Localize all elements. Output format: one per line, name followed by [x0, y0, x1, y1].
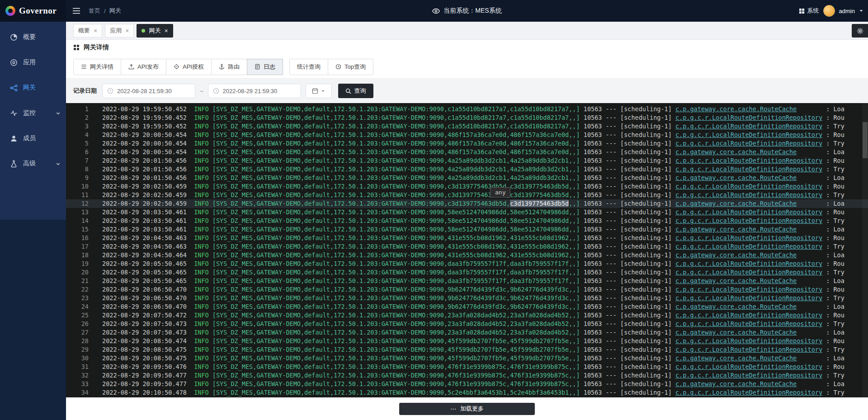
log-line-number[interactable]: 21	[66, 277, 89, 285]
log-line[interactable]: 312022-08-29 20:09:50.476 INFO [SYS_DZ_M…	[66, 363, 868, 371]
subtab-log[interactable]: 日志	[247, 59, 283, 75]
log-line-number[interactable]: 12	[66, 199, 89, 208]
log-line-number[interactable]: 5	[66, 139, 89, 148]
log-line-number[interactable]: 33	[66, 380, 89, 388]
workspace-tab-overview[interactable]: 概要×	[73, 24, 102, 38]
log-line-number[interactable]: 25	[66, 311, 89, 320]
menu-toggle-icon[interactable]	[72, 8, 80, 14]
log-line[interactable]: 92022-08-29 20:01:50.456 INFO [SYS_DZ_ME…	[66, 174, 868, 182]
log-line-number[interactable]: 20	[66, 268, 89, 277]
log-line[interactable]: 42022-08-29 20:00:50.454 INFO [SYS_DZ_ME…	[66, 131, 868, 139]
log-line-number[interactable]: 9	[66, 174, 89, 182]
end-date-value[interactable]	[223, 88, 296, 94]
log-line[interactable]: 322022-08-29 20:09:50.477 INFO [SYS_DZ_M…	[66, 371, 868, 380]
log-line[interactable]: 212022-08-29 20:05:50.465 INFO [SYS_DZ_M…	[66, 277, 868, 285]
subtab-api-auth[interactable]: API授权	[166, 59, 212, 75]
log-line-number[interactable]: 31	[66, 363, 89, 371]
log-line-number[interactable]: 1	[66, 105, 89, 113]
log-line[interactable]: 262022-08-29 20:07:50.473 INFO [SYS_DZ_M…	[66, 320, 868, 328]
log-line[interactable]: 272022-08-29 20:07:50.473 INFO [SYS_DZ_M…	[66, 328, 868, 337]
breadcrumb-home[interactable]: 首页	[89, 7, 100, 15]
log-line-number[interactable]: 13	[66, 208, 89, 217]
log-line[interactable]: 82022-08-29 20:01:50.456 INFO [SYS_DZ_ME…	[66, 165, 868, 174]
log-line-number[interactable]: 3	[66, 122, 89, 131]
close-icon[interactable]: ×	[94, 28, 97, 34]
subtab-route[interactable]: 路由	[211, 59, 247, 75]
log-line-number[interactable]: 26	[66, 320, 89, 328]
sidebar-item-monitor[interactable]: 监控	[0, 100, 66, 126]
log-line[interactable]: 182022-08-29 20:04:50.464 INFO [SYS_DZ_M…	[66, 251, 868, 260]
sidebar-item-members[interactable]: 成员	[0, 126, 66, 151]
workspace-tab-gateway[interactable]: 网关×	[137, 24, 173, 38]
log-line-number[interactable]: 16	[66, 234, 89, 242]
sidebar-item-gateway[interactable]: 网关	[0, 75, 66, 100]
chevron-down-icon[interactable]	[859, 9, 863, 13]
subtab-top-query[interactable]: Top查询	[328, 59, 373, 75]
log-line[interactable]: 102022-08-29 20:02:50.459 INFO [SYS_DZ_M…	[66, 182, 868, 191]
log-line[interactable]: 232022-08-29 20:06:50.470 INFO [SYS_DZ_M…	[66, 294, 868, 302]
avatar[interactable]	[823, 5, 835, 17]
start-date-input[interactable]	[102, 84, 195, 98]
log-line[interactable]: 152022-08-29 20:03:50.461 INFO [SYS_DZ_M…	[66, 225, 868, 234]
scrollbar-thumb[interactable]	[863, 122, 868, 158]
log-line-number[interactable]: 15	[66, 225, 89, 234]
log-line[interactable]: 52022-08-29 20:00:50.454 INFO [SYS_DZ_ME…	[66, 139, 868, 148]
sidebar-item-overview[interactable]: 概要	[0, 24, 66, 50]
log-line-number[interactable]: 6	[66, 148, 89, 156]
start-date-value[interactable]	[117, 88, 190, 94]
log-line[interactable]: 72022-08-29 20:01:50.456 INFO [SYS_DZ_ME…	[66, 156, 868, 165]
log-line[interactable]: 32022-08-29 19:59:50.452 INFO [SYS_DZ_ME…	[66, 122, 868, 131]
subtab-stats-query[interactable]: 统计查询	[289, 59, 328, 75]
log-line-number[interactable]: 7	[66, 156, 89, 165]
log-line-number[interactable]: 30	[66, 354, 89, 363]
quick-range-dropdown[interactable]	[306, 84, 332, 98]
log-line[interactable]: 302022-08-29 20:08:50.475 INFO [SYS_DZ_M…	[66, 354, 868, 363]
log-line[interactable]: 132022-08-29 20:03:50.461 INFO [SYS_DZ_M…	[66, 208, 868, 217]
log-line[interactable]: 22022-08-29 19:59:50.452 INFO [SYS_DZ_ME…	[66, 113, 868, 122]
subtab-gateway-detail[interactable]: 网关详情	[73, 59, 121, 75]
log-line-number[interactable]: 8	[66, 165, 89, 174]
log-line-number[interactable]: 17	[66, 242, 89, 251]
log-line[interactable]: 282022-08-29 20:08:50.474 INFO [SYS_DZ_M…	[66, 337, 868, 345]
log-line-number[interactable]: 23	[66, 294, 89, 302]
end-date-input[interactable]	[208, 84, 301, 98]
log-line[interactable]: 242022-08-29 20:06:50.470 INFO [SYS_DZ_M…	[66, 302, 868, 311]
log-line-number[interactable]: 29	[66, 345, 89, 354]
log-line-number[interactable]: 34	[66, 388, 89, 397]
log-line[interactable]: 62022-08-29 20:00:50.454 INFO [SYS_DZ_ME…	[66, 148, 868, 156]
log-line-number[interactable]: 11	[66, 191, 89, 199]
log-line-number[interactable]: 19	[66, 260, 89, 268]
log-line-number[interactable]: 14	[66, 217, 89, 225]
log-line-number[interactable]: 32	[66, 371, 89, 380]
close-icon[interactable]: ×	[125, 28, 129, 34]
log-line-number[interactable]: 24	[66, 302, 89, 311]
subtab-api-publish[interactable]: API发布	[121, 59, 166, 75]
log-scrollbar[interactable]	[862, 103, 868, 397]
log-line-number[interactable]: 4	[66, 131, 89, 139]
log-line[interactable]: 292022-08-29 20:08:50.475 INFO [SYS_DZ_M…	[66, 345, 868, 354]
sidebar-item-apps[interactable]: 应用	[0, 50, 66, 75]
system-switch-button[interactable]: 系统	[799, 7, 819, 15]
log-line[interactable]: 122022-08-29 20:02:50.459 INFO [SYS_DZ_M…	[66, 199, 868, 208]
workspace-tab-apps[interactable]: 应用×	[105, 24, 134, 38]
close-icon[interactable]: ×	[164, 28, 168, 34]
load-more-button[interactable]: ⋯ 加载更多	[399, 403, 535, 415]
log-line[interactable]: 252022-08-29 20:07:50.472 INFO [SYS_DZ_M…	[66, 311, 868, 320]
log-line[interactable]: 202022-08-29 20:05:50.465 INFO [SYS_DZ_M…	[66, 268, 868, 277]
log-line[interactable]: 142022-08-29 20:03:50.461 INFO [SYS_DZ_M…	[66, 217, 868, 225]
settings-button[interactable]	[852, 24, 868, 38]
log-line[interactable]: 332022-08-29 20:09:50.477 INFO [SYS_DZ_M…	[66, 380, 868, 388]
log-line-number[interactable]: 2	[66, 113, 89, 122]
sidebar-item-advanced[interactable]: 高级	[0, 151, 66, 176]
log-line-number[interactable]: 10	[66, 182, 89, 191]
log-line-number[interactable]: 18	[66, 251, 89, 260]
log-line[interactable]: 192022-08-29 20:05:50.465 INFO [SYS_DZ_M…	[66, 260, 868, 268]
username[interactable]: admin	[839, 8, 855, 14]
log-line[interactable]: 172022-08-29 20:04:50.463 INFO [SYS_DZ_M…	[66, 242, 868, 251]
log-line[interactable]: 12022-08-29 19:59:50.452 INFO [SYS_DZ_ME…	[66, 105, 868, 113]
log-line-number[interactable]: 22	[66, 285, 89, 294]
log-line[interactable]: 112022-08-29 20:02:50.459 INFO [SYS_DZ_M…	[66, 191, 868, 199]
log-line-number[interactable]: 27	[66, 328, 89, 337]
log-line-number[interactable]: 28	[66, 337, 89, 345]
log-line[interactable]: 342022-08-29 20:10:50.478 INFO [SYS_DZ_M…	[66, 388, 868, 397]
